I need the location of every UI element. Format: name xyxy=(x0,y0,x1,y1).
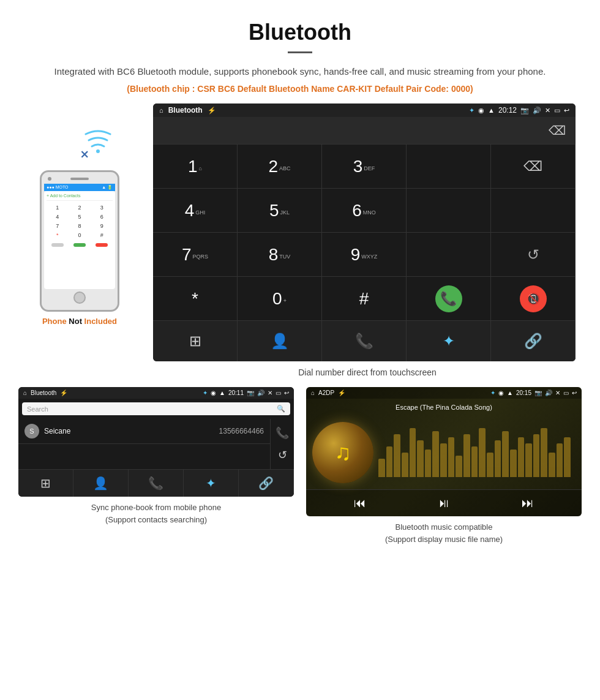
music-home-icon: ⌂ xyxy=(311,390,315,396)
dial-call-button[interactable]: 📞 xyxy=(407,277,491,321)
pb-keypad-btn[interactable]: ⊞ xyxy=(18,470,73,497)
dial-screen-col: ⌂ Bluetooth ⚡ ✦ ◉ ▲ 20:12 📷 🔊 ✕ ▭ ↩ xyxy=(153,103,582,387)
music-status-bar: ⌂ A2DP ⚡ ✦ ◉ ▲ 20:15 📷 🔊 ✕ ▭ ↩ xyxy=(306,387,582,399)
music-caption: Bluetooth music compatible(Support displ… xyxy=(306,521,582,545)
music-album-area: ♫ xyxy=(306,416,582,489)
music-win-icon[interactable]: ▭ xyxy=(563,390,569,396)
dial-backspace-key[interactable]: ⌫ xyxy=(491,145,576,189)
phone-bottom-bar xyxy=(47,242,113,248)
status-time: 20:12 xyxy=(498,106,517,115)
music-disc: ♫ xyxy=(312,422,373,483)
pb-bluetooth-btn[interactable]: ✦ xyxy=(184,470,239,497)
dial-action-phone[interactable]: 📞 xyxy=(322,321,407,361)
dial-reload-key[interactable]: ↺ xyxy=(491,233,576,277)
visualizer-bar xyxy=(549,453,555,477)
music-vol-icon: 🔊 xyxy=(545,390,552,396)
dial-actions-bar: ⊞ 👤 📞 ✦ 🔗 xyxy=(153,321,576,361)
music-prev-btn[interactable]: ⏮ xyxy=(354,496,366,510)
music-back-icon[interactable]: ↩ xyxy=(572,390,577,396)
usb-icon: ⚡ xyxy=(208,107,216,115)
visualizer-bar xyxy=(402,453,408,477)
contact-name: Seicane xyxy=(44,427,219,435)
specs: (Bluetooth chip : CSR BC6 Default Blueto… xyxy=(37,84,563,94)
dial-key-4[interactable]: 4GHI xyxy=(153,189,238,233)
phone-back-btn xyxy=(51,243,64,247)
divider xyxy=(288,51,312,53)
pb-vol-icon: 🔊 xyxy=(257,390,264,396)
contact-avatar: S xyxy=(24,424,39,438)
visualizer-bar xyxy=(448,437,455,477)
phone-speaker xyxy=(70,178,89,180)
pb-contacts-btn[interactable]: 👤 xyxy=(73,470,129,497)
backspace-button[interactable]: ⌫ xyxy=(549,123,566,138)
dial-action-bluetooth[interactable]: ✦ xyxy=(407,321,491,361)
music-visualizer xyxy=(373,428,576,477)
dial-key-0[interactable]: 0+ xyxy=(238,277,322,321)
pb-phone-btn[interactable]: 📞 xyxy=(129,470,184,497)
dial-key-star[interactable]: * xyxy=(153,277,238,321)
pb-time: 20:11 xyxy=(228,390,244,396)
signal-icon: ▲ xyxy=(488,107,495,114)
dial-key-3[interactable]: 3DEF xyxy=(322,145,407,189)
phone-endcall-btn xyxy=(96,243,108,247)
visualizer-bar xyxy=(518,437,525,477)
window-icon[interactable]: ▭ xyxy=(554,107,560,115)
music-playpause-btn[interactable]: ⏯ xyxy=(438,496,450,510)
bluetooth-icon: ✦ xyxy=(469,107,474,115)
pb-link-btn[interactable]: 🔗 xyxy=(239,470,294,497)
music-controls: ⏮ ⏯ ⏭ xyxy=(306,489,582,516)
phone-keypad: 123 456 789 * 0 # xyxy=(47,203,113,239)
call-green-icon[interactable]: 📞 xyxy=(435,285,462,312)
back-icon[interactable]: ↩ xyxy=(564,107,569,115)
visualizer-bar xyxy=(495,440,501,477)
pb-close-icon[interactable]: ✕ xyxy=(268,390,272,396)
pb-status-bar: ⌂ Bluetooth ⚡ ✦ ◉ ▲ 20:11 📷 🔊 ✕ ▭ ↩ xyxy=(18,387,294,399)
dial-screen: ⌂ Bluetooth ⚡ ✦ ◉ ▲ 20:12 📷 🔊 ✕ ▭ ↩ xyxy=(153,103,576,361)
close-icon[interactable]: ✕ xyxy=(545,107,550,115)
dial-key-hash[interactable]: # xyxy=(322,277,407,321)
music-time: 20:15 xyxy=(516,390,531,396)
dial-empty-4 xyxy=(407,233,491,277)
dial-key-2[interactable]: 2ABC xyxy=(238,145,322,189)
music-loc-icon: ◉ xyxy=(498,390,504,396)
dial-action-link[interactable]: 🔗 xyxy=(491,321,576,361)
svg-text:⨉: ⨉ xyxy=(81,146,88,159)
visualizer-bar xyxy=(456,456,462,477)
phonebook-contact-row[interactable]: S Seicane 13566664466 xyxy=(18,419,270,444)
music-close-icon[interactable]: ✕ xyxy=(555,390,560,396)
dial-empty-1 xyxy=(407,145,491,189)
dial-key-6[interactable]: 6MNO xyxy=(322,189,407,233)
phonebook-list: S Seicane 13566664466 xyxy=(18,419,270,469)
phone-call-btn xyxy=(73,243,86,247)
dial-status-bar: ⌂ Bluetooth ⚡ ✦ ◉ ▲ 20:12 📷 🔊 ✕ ▭ ↩ xyxy=(153,103,576,117)
dial-key-7[interactable]: 7PQRS xyxy=(153,233,238,277)
dial-action-keypad[interactable]: ⊞ xyxy=(153,321,238,361)
location-icon: ◉ xyxy=(478,107,484,115)
phonebook-search[interactable]: Search 🔍 xyxy=(22,402,290,415)
home-icon: ⌂ xyxy=(159,107,163,114)
dial-key-9[interactable]: 9WXYZ xyxy=(322,233,407,277)
pb-side-reload-icon[interactable]: ↺ xyxy=(278,448,287,462)
wifi-signal-icon: ⨉ xyxy=(80,128,116,165)
dial-key-8[interactable]: 8TUV xyxy=(238,233,322,277)
music-next-btn[interactable]: ⏭ xyxy=(522,496,534,510)
contact-number: 13566664466 xyxy=(219,427,264,435)
phone-status-left: ●●● MOTO xyxy=(47,185,69,190)
visualizer-bar xyxy=(425,450,432,477)
dial-endcall-button[interactable]: 📵 xyxy=(491,277,576,321)
visualizer-bar xyxy=(378,459,385,477)
visualizer-bar xyxy=(564,437,571,477)
pb-cam-icon: 📷 xyxy=(247,390,254,396)
pb-win-icon[interactable]: ▭ xyxy=(276,390,281,396)
dial-key-1[interactable]: 1⌂ xyxy=(153,145,238,189)
call-red-icon[interactable]: 📵 xyxy=(520,285,547,312)
visualizer-bar xyxy=(471,446,478,477)
dial-empty-2 xyxy=(407,189,491,233)
dial-key-5[interactable]: 5JKL xyxy=(238,189,322,233)
dial-action-contacts[interactable]: 👤 xyxy=(238,321,322,361)
pb-side-call-icon[interactable]: 📞 xyxy=(276,426,289,440)
music-note-icon: ♫ xyxy=(335,440,351,465)
pb-back-icon[interactable]: ↩ xyxy=(284,390,289,396)
visualizer-bar xyxy=(557,443,563,477)
bottom-row: ⌂ Bluetooth ⚡ ✦ ◉ ▲ 20:11 📷 🔊 ✕ ▭ ↩ xyxy=(0,387,600,557)
